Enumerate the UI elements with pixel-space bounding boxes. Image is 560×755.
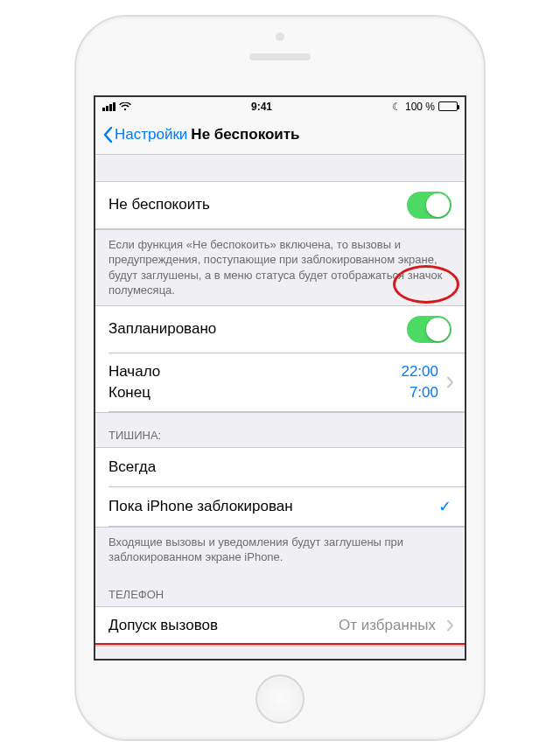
to-value: 7:00: [410, 384, 438, 402]
allow-calls-label: Допуск вызовов: [108, 617, 218, 634]
dnd-label: Не беспокоить: [108, 196, 210, 213]
silence-footer: Входящие вызовы и уведомления будут загл…: [95, 528, 465, 572]
page-title: Не беспокоить: [191, 126, 299, 143]
silence-always-label: Всегда: [108, 458, 156, 476]
iphone-frame: 9:41 ☾ 100 % Настройки Не беспокоить: [74, 15, 486, 741]
chevron-right-icon: [447, 376, 454, 388]
battery-icon: [438, 101, 458, 111]
content-scroll[interactable]: Не беспокоить Если функция «Не беспокоит…: [95, 155, 465, 659]
chevron-right-icon: [447, 620, 454, 632]
phone-header: ТЕЛЕФОН: [95, 572, 465, 606]
silence-while-locked-row[interactable]: Пока iPhone заблокирован ✓: [108, 486, 465, 527]
back-label: Настройки: [115, 126, 187, 143]
dnd-moon-icon: ☾: [392, 101, 402, 113]
scheduled-toggle-row[interactable]: Запланировано: [95, 306, 465, 353]
phone-camera-dot: [276, 32, 284, 41]
chevron-left-icon: [102, 126, 113, 143]
signal-bars-icon: [102, 102, 116, 111]
scheduled-time-row[interactable]: Начало 22:00 Конец 7:00: [108, 353, 465, 412]
scheduled-label: Запланировано: [108, 320, 216, 338]
from-value: 22:00: [401, 363, 438, 381]
from-label: Начало: [108, 363, 160, 381]
checkmark-icon: ✓: [438, 497, 452, 516]
dnd-toggle-row[interactable]: Не беспокоить: [95, 182, 465, 229]
back-button[interactable]: Настройки: [102, 126, 187, 143]
annotation-underline: [95, 643, 465, 645]
wifi-icon: [119, 102, 131, 111]
dnd-footer: Если функция «Не беспокоить» включена, т…: [95, 230, 465, 305]
phone-speaker: [249, 53, 311, 60]
battery-percent: 100 %: [405, 101, 435, 113]
status-bar: 9:41 ☾ 100 %: [95, 97, 465, 116]
to-label: Конец: [108, 384, 150, 402]
dnd-toggle[interactable]: [407, 192, 452, 219]
silence-header: ТИШИНА:: [95, 413, 465, 447]
nav-header: Настройки Не беспокоить: [95, 116, 465, 155]
home-button[interactable]: [256, 675, 304, 724]
silence-always-row[interactable]: Всегда: [95, 448, 465, 486]
allow-calls-value: От избранных: [339, 617, 436, 634]
screen: 9:41 ☾ 100 % Настройки Не беспокоить: [94, 95, 466, 661]
allow-calls-row[interactable]: Допуск вызовов От избранных: [95, 607, 465, 646]
scheduled-toggle[interactable]: [407, 316, 452, 343]
status-time: 9:41: [251, 101, 272, 113]
silence-while-locked-label: Пока iPhone заблокирован: [108, 498, 293, 515]
